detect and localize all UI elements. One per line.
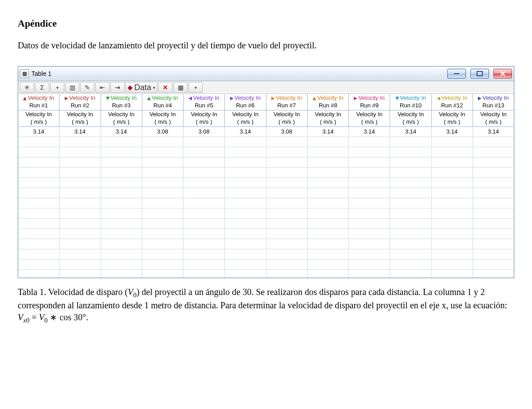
col-header-2[interactable]: Velocity InRun #2 bbox=[59, 94, 101, 110]
cell[interactable] bbox=[225, 270, 266, 278]
cell[interactable] bbox=[432, 157, 473, 167]
cell[interactable] bbox=[473, 137, 514, 147]
cell[interactable] bbox=[432, 270, 473, 278]
cell[interactable] bbox=[308, 147, 349, 157]
cell[interactable] bbox=[101, 178, 142, 188]
minimize-button[interactable] bbox=[447, 69, 466, 79]
cell[interactable] bbox=[349, 168, 390, 177]
cell[interactable]: 3.08 bbox=[184, 127, 225, 137]
cell[interactable]: 3.14 bbox=[101, 127, 142, 137]
cell[interactable] bbox=[18, 157, 59, 167]
cell[interactable] bbox=[266, 270, 308, 278]
cell[interactable] bbox=[473, 249, 514, 259]
cell[interactable] bbox=[18, 168, 59, 177]
cell[interactable] bbox=[101, 239, 142, 249]
cell[interactable] bbox=[473, 168, 514, 177]
cell[interactable] bbox=[59, 188, 101, 198]
cell[interactable] bbox=[184, 219, 225, 228]
cell[interactable] bbox=[473, 178, 514, 188]
col-header-12[interactable]: Velocity InRun #13 bbox=[473, 94, 514, 110]
cell[interactable] bbox=[101, 188, 142, 198]
cell[interactable] bbox=[59, 229, 101, 239]
chart-button[interactable]: ▥ bbox=[65, 82, 79, 93]
cell[interactable] bbox=[390, 198, 431, 208]
cell[interactable] bbox=[308, 270, 349, 278]
cell[interactable] bbox=[59, 157, 101, 167]
cell[interactable] bbox=[349, 157, 390, 167]
cell[interactable]: 3.14 bbox=[432, 127, 473, 137]
cell[interactable] bbox=[432, 219, 473, 228]
cell[interactable] bbox=[142, 219, 184, 228]
cell[interactable] bbox=[308, 188, 349, 198]
col-header-11[interactable]: Velocity InRun #12 bbox=[432, 94, 473, 110]
cell[interactable] bbox=[18, 260, 59, 269]
cell[interactable] bbox=[308, 208, 349, 218]
align-left-button[interactable]: ⇤ bbox=[95, 82, 110, 93]
cell[interactable] bbox=[349, 260, 390, 269]
maximize-button[interactable] bbox=[470, 69, 489, 79]
cell[interactable] bbox=[349, 147, 390, 157]
close-button[interactable] bbox=[493, 69, 512, 79]
cell[interactable]: 3.08 bbox=[266, 127, 308, 137]
cell[interactable] bbox=[308, 260, 349, 269]
cell[interactable] bbox=[59, 198, 101, 208]
cell[interactable] bbox=[18, 147, 59, 157]
cell[interactable] bbox=[184, 157, 225, 167]
cell[interactable] bbox=[390, 249, 431, 259]
cell[interactable] bbox=[101, 208, 142, 218]
cell[interactable] bbox=[266, 178, 308, 188]
cell[interactable] bbox=[266, 249, 308, 259]
cell[interactable] bbox=[225, 239, 266, 249]
cell[interactable] bbox=[390, 178, 431, 188]
cell[interactable] bbox=[18, 249, 59, 259]
cell[interactable] bbox=[225, 168, 266, 177]
cell[interactable] bbox=[184, 198, 225, 208]
cell[interactable] bbox=[59, 270, 101, 278]
cell[interactable] bbox=[59, 249, 101, 259]
cell[interactable] bbox=[142, 229, 184, 239]
cell[interactable] bbox=[308, 239, 349, 249]
cell[interactable] bbox=[432, 178, 473, 188]
toolbar-btn-1[interactable]: ✳ bbox=[20, 82, 34, 93]
cell[interactable] bbox=[225, 208, 266, 218]
cell[interactable] bbox=[101, 157, 142, 167]
col-header-1[interactable]: Velocity InRun #1 bbox=[18, 94, 59, 110]
cell[interactable] bbox=[101, 229, 142, 239]
cell[interactable] bbox=[59, 147, 101, 157]
cell[interactable] bbox=[142, 198, 184, 208]
cell[interactable] bbox=[142, 208, 184, 218]
cell[interactable] bbox=[225, 147, 266, 157]
cell[interactable] bbox=[473, 219, 514, 228]
cell[interactable] bbox=[184, 178, 225, 188]
cell[interactable] bbox=[184, 137, 225, 147]
data-button[interactable]: ◆ Data ▾ bbox=[125, 82, 157, 93]
cell[interactable] bbox=[308, 229, 349, 239]
cell[interactable] bbox=[349, 198, 390, 208]
cell[interactable] bbox=[390, 260, 431, 269]
cell[interactable] bbox=[59, 168, 101, 177]
cell[interactable] bbox=[390, 137, 431, 147]
cell[interactable] bbox=[308, 178, 349, 188]
cell[interactable] bbox=[473, 198, 514, 208]
cell[interactable] bbox=[308, 249, 349, 259]
cell[interactable] bbox=[142, 147, 184, 157]
cell[interactable] bbox=[349, 137, 390, 147]
cell[interactable] bbox=[225, 260, 266, 269]
cell[interactable] bbox=[390, 168, 431, 177]
edit-button[interactable]: ✎ bbox=[80, 82, 94, 93]
cell[interactable] bbox=[266, 168, 308, 177]
cell[interactable] bbox=[225, 178, 266, 188]
cell[interactable] bbox=[59, 208, 101, 218]
cell[interactable] bbox=[266, 239, 308, 249]
cell[interactable] bbox=[184, 260, 225, 269]
cell[interactable] bbox=[473, 270, 514, 278]
cell[interactable] bbox=[184, 249, 225, 259]
cell[interactable] bbox=[184, 239, 225, 249]
cell[interactable] bbox=[349, 229, 390, 239]
cell[interactable] bbox=[142, 270, 184, 278]
cell[interactable]: 3.14 bbox=[18, 127, 59, 137]
cell[interactable] bbox=[266, 260, 308, 269]
cell[interactable] bbox=[432, 249, 473, 259]
cell[interactable] bbox=[266, 208, 308, 218]
cell[interactable] bbox=[432, 260, 473, 269]
